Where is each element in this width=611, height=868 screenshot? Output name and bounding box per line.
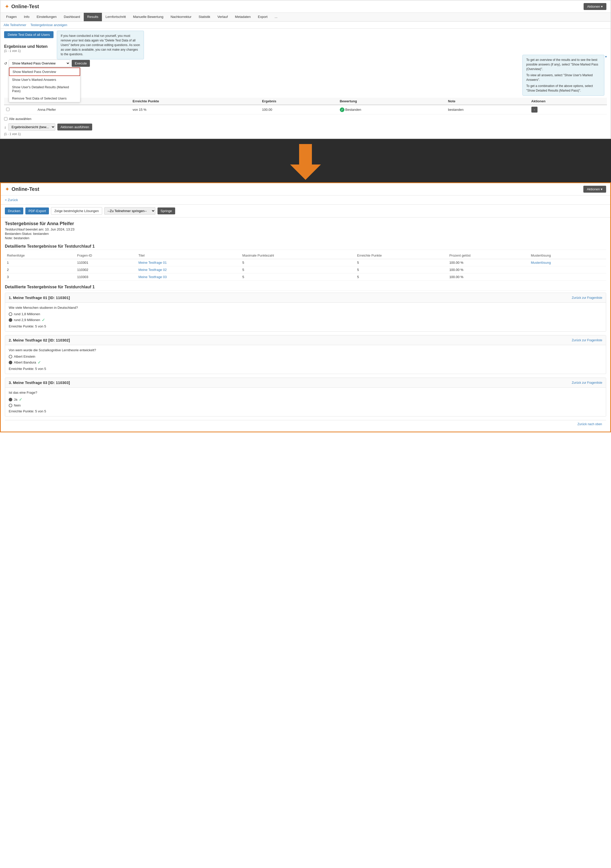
back-link[interactable]: < Zurück	[1, 195, 610, 205]
dr2-erreicht: 5	[355, 273, 447, 281]
dh-erreicht: Erreichte Punkte	[355, 252, 447, 259]
alle-auswahlen-wrap: Alle auswählen	[4, 117, 607, 121]
dr1-reihenfolge: 2	[5, 266, 75, 273]
result-content: Testergebnisse für Anna Pfeifer Testdurc…	[1, 217, 610, 432]
row-action-button[interactable]: -	[531, 107, 538, 113]
jump-to-select[interactable]: --Zu Teilnehmer springen--	[104, 207, 155, 215]
bottom-toolbar: ↓ Ergebnisübersicht (bew... Aktionen aus…	[4, 123, 607, 131]
tab-manuelle[interactable]: Manuelle Bewertung	[129, 13, 167, 21]
refresh-icon[interactable]: ↺	[4, 61, 7, 65]
row-name: Anna Pfeifer	[36, 105, 131, 114]
dr1-prozent: 100.00 %	[447, 266, 529, 273]
dr1-muster	[529, 266, 606, 273]
row-ergebnis: 100.00	[260, 105, 337, 114]
dr0-titel-link[interactable]: Meine Testfrage 01	[138, 261, 167, 265]
col-ergebnis: Ergebnis	[260, 98, 337, 105]
tooltip2-line2: To view all answers, select "Show User's…	[526, 73, 600, 82]
tab-verlauf[interactable]: Verlauf	[214, 13, 231, 21]
drucken-button[interactable]: Drucken	[5, 208, 23, 214]
tab-export[interactable]: Export	[254, 13, 271, 21]
col-aktionen: Aktionen	[529, 98, 607, 105]
tab-lernfortschritt[interactable]: Lernfortschritt	[102, 13, 129, 21]
q0-option-1: rund 2,9 Millionen ✓	[9, 318, 602, 322]
arrow-shaft	[299, 144, 312, 164]
results-select[interactable]: Show Marked Pass Overview	[9, 60, 70, 67]
tab-einstellungen[interactable]: Einstellungen	[33, 13, 60, 21]
back-to-list-0[interactable]: Zurück zur Fragenliste	[572, 296, 602, 299]
dr0-prozent: 100.00 %	[447, 259, 529, 266]
arrow-icon: ↓	[4, 125, 6, 129]
tab-info[interactable]: Info	[20, 13, 33, 21]
sub-nav-testergebnisse[interactable]: Testergebnisse anzeigen	[31, 23, 67, 27]
back-to-list-1[interactable]: Zurück zur Fragenliste	[572, 338, 602, 342]
results-toolbar: ↺ Show Marked Pass Overview Show Marked …	[4, 60, 607, 67]
tab-results[interactable]: Results	[84, 13, 102, 21]
q1-points: Erreichte Punkte: 5 von 5	[9, 367, 602, 371]
detail-row-0: 1 110301 Meine Testfrage 01 5 5 100.00 %…	[5, 259, 606, 266]
tab-more[interactable]: ...	[271, 13, 281, 21]
bottom-select[interactable]: Ergebnisübersicht (bew...	[8, 123, 55, 131]
tab-nachkorrektur[interactable]: Nachkorrektur	[167, 13, 195, 21]
back-to-top[interactable]: Zurück nach oben	[5, 420, 606, 428]
delete-test-data-button[interactable]: Delete Test Data of all Users	[4, 31, 53, 38]
result-note: Note: bestanden	[5, 236, 606, 240]
q2-label-1: Nein	[14, 403, 21, 407]
pdf-export-button[interactable]: PDF-Export	[25, 208, 49, 214]
q2-label-0: Ja	[14, 398, 17, 401]
dh-prozent: Prozent gelöst	[447, 252, 529, 259]
dh-muster: Musterlösung	[529, 252, 606, 259]
q0-correct-icon: ✓	[42, 318, 45, 322]
dropdown-item-3[interactable]: Remove Test Data of Selected Users	[9, 95, 80, 102]
detail-header-row: Reihenfolge Fragen-ID Titel Maximale Pun…	[5, 252, 606, 259]
dr0-fragen-id: 110301	[75, 259, 136, 266]
sub-nav-alle-teilnehmer[interactable]: Alle Teilnehmer	[3, 23, 26, 27]
dr0-titel: Meine Testfrage 01	[137, 259, 241, 266]
col-note: Note	[446, 98, 529, 105]
dr2-titel: Meine Testfrage 03	[137, 273, 241, 281]
dr2-muster	[529, 273, 606, 281]
col-punkte: Erreichte Punkte	[131, 98, 260, 105]
row-checkbox-cell	[4, 105, 36, 114]
dr0-muster: Musterlösung	[529, 259, 606, 266]
dr0-muster-link[interactable]: Musterlösung	[531, 261, 551, 265]
alle-auswahlen-checkbox[interactable]	[4, 117, 8, 121]
q1-correct-icon: ✓	[37, 360, 41, 365]
q2-radio-0	[9, 398, 12, 401]
back-to-list-2[interactable]: Zurück zur Fragenliste	[572, 381, 602, 384]
execute-button[interactable]: Execute	[72, 60, 90, 67]
dropdown-menu: Show Marked Pass Overview Show User's Ma…	[9, 67, 81, 102]
dr1-titel: Meine Testfrage 02	[137, 266, 241, 273]
question-block-0: 1. Meine Testfrage 01 [ID: 110301] Zurüc…	[5, 293, 606, 332]
bottom-logo-icon: ✦	[5, 186, 9, 193]
dr1-titel-link[interactable]: Meine Testfrage 02	[138, 268, 167, 272]
top-aktionen-button[interactable]: Aktionen ▾	[584, 3, 606, 10]
tab-statistik[interactable]: Statistik	[195, 13, 214, 21]
springe-button[interactable]: Springe	[157, 208, 175, 214]
dr2-titel-link[interactable]: Meine Testfrage 03	[138, 275, 167, 279]
question-body-1: Von wem wurde die Sozialkognitive Lernth…	[5, 345, 606, 374]
tooltip-overview: To get an overview of the results and to…	[522, 55, 604, 96]
q0-radio-1	[9, 318, 12, 322]
dropdown-item-0[interactable]: Show Marked Pass Overview	[9, 68, 80, 76]
q1-label-1: Albert Bandura	[14, 360, 36, 364]
dropdown-item-1[interactable]: Show User's Marked Answers	[9, 76, 80, 84]
result-date: Testdurchlauf beendet am: 10. Jun 2024, …	[5, 228, 606, 231]
dh-max: Maximale Punktezahl	[240, 252, 355, 259]
question-body-0: Wie viele Menschen studieren in Deutschl…	[5, 303, 606, 331]
bottom-app-header: ✦ Online-Test Aktionen ▾	[1, 183, 610, 195]
zeige-loesungen-button[interactable]: Zeige bestmögliche Lösungen	[51, 207, 102, 215]
aktionen-ausfuhren-button[interactable]: Aktionen ausführen	[58, 124, 92, 130]
tab-fragen[interactable]: Fragen	[3, 13, 20, 21]
dh-titel: Titel	[137, 252, 241, 259]
q2-option-1: Nein	[9, 403, 602, 407]
tab-dashboard[interactable]: Dashboard	[60, 13, 84, 21]
question-text-1: Von wem wurde die Sozialkognitive Lernth…	[9, 348, 602, 352]
dh-fragen-id: Fragen-ID	[75, 252, 136, 259]
bottom-aktionen-button[interactable]: Aktionen ▾	[583, 186, 606, 193]
tab-metadaten[interactable]: Metadaten	[232, 13, 254, 21]
dr1-erreicht: 5	[355, 266, 447, 273]
dropdown-item-2[interactable]: Show User's Detailed Results (Marked Pas…	[9, 84, 80, 95]
row-checkbox[interactable]	[6, 108, 9, 111]
alle-auswahlen-label: Alle auswählen	[9, 117, 31, 121]
q1-radio-0	[9, 355, 12, 358]
